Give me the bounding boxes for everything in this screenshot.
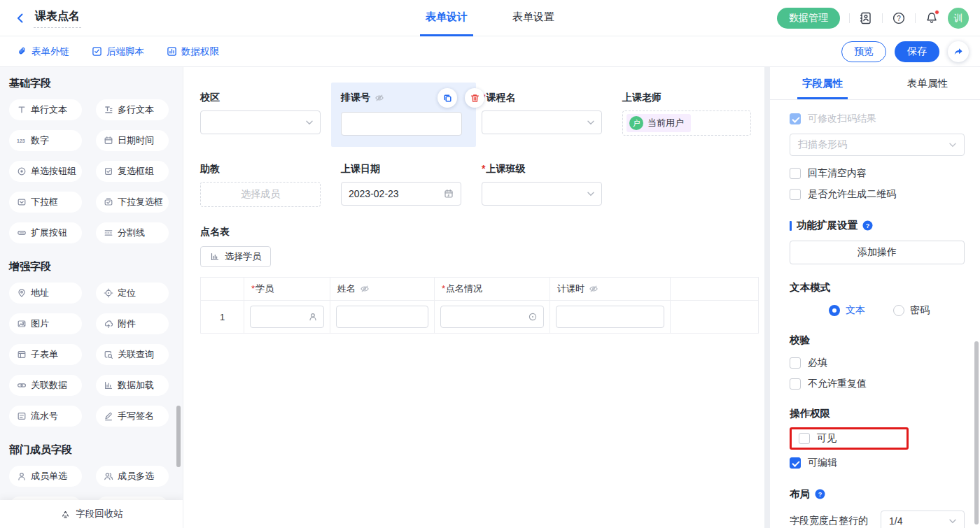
field-teacher[interactable]: 上课老师 户 当前用户	[622, 91, 755, 136]
data-permission-button[interactable]: 数据权限	[167, 45, 219, 58]
sidebar-item-checkbox-group[interactable]: 复选框组	[96, 161, 169, 182]
field-schedule-no-selected[interactable]: 排课号	[331, 83, 476, 147]
copy-field-button[interactable]	[438, 88, 457, 108]
notification-bell-icon[interactable]	[925, 11, 939, 25]
address-book-icon[interactable]	[859, 11, 873, 25]
panel-scrollbar[interactable]	[974, 341, 979, 525]
sidebar-item-location[interactable]: 定位	[96, 283, 169, 304]
field-rollcall-label: 点名表	[200, 225, 764, 239]
text-mode-text-radio[interactable]: 文本	[829, 304, 865, 317]
allow-qrcode-checkbox-row[interactable]: 是否允许生成二维码	[790, 188, 965, 201]
share-button[interactable]	[948, 41, 969, 62]
sidebar-item-divider-line[interactable]: 分割线	[96, 222, 169, 243]
help-circle-filled-icon[interactable]: ?	[815, 489, 825, 499]
sidebar-item-member-multi[interactable]: 成员多选	[96, 466, 169, 487]
add-action-button[interactable]: 添加操作	[790, 241, 965, 264]
location-icon	[104, 288, 113, 298]
status-cell-input[interactable]	[440, 306, 544, 328]
field-schedule-no-input[interactable]	[341, 112, 462, 136]
field-campus-label: 校区	[200, 91, 341, 105]
field-rollcall-subform[interactable]: 点名表 选择学员 学员 姓名	[200, 225, 764, 334]
sidebar-item-address[interactable]: 地址	[9, 283, 82, 304]
student-cell-input[interactable]	[250, 306, 324, 328]
visible-checkbox-row[interactable]: 可见	[799, 432, 836, 445]
form-designer-app: 课表点名 表单设计 表单设置 数据管理 ?	[0, 0, 980, 528]
checkbox-group-icon	[104, 166, 113, 176]
sidebar-item-single-line-text[interactable]: 单行文本	[9, 99, 82, 120]
sidebar-item-signature[interactable]: 手写签名	[96, 406, 169, 427]
radio-on-icon[interactable]	[829, 305, 840, 316]
field-teacher-value[interactable]: 户 当前用户	[622, 110, 751, 136]
scan-mode-select[interactable]: 扫描条形码	[790, 134, 965, 156]
field-class-group[interactable]: 上课班级	[482, 162, 622, 206]
field-campus-select[interactable]	[200, 110, 321, 134]
layout-width-select[interactable]: 1/4	[881, 511, 965, 528]
section-accent-bar	[790, 221, 792, 231]
field-class-group-select[interactable]	[482, 182, 602, 206]
sidebar-item-linked-data[interactable]: 关联数据	[9, 375, 82, 396]
tab-field-properties[interactable]: 字段属性	[770, 67, 875, 99]
name-cell-input[interactable]	[336, 306, 428, 328]
chevron-down-icon	[949, 519, 956, 524]
field-course-name-select[interactable]	[482, 110, 602, 134]
help-icon[interactable]: ?	[892, 11, 906, 25]
backend-script-button[interactable]: 后端脚本	[92, 45, 144, 58]
sidebar-item-serial-number[interactable]: 流水号	[9, 406, 82, 427]
scan-editable-checkbox-row[interactable]: 可修改扫码结果	[790, 113, 965, 125]
page-title[interactable]: 课表点名	[34, 8, 81, 28]
back-icon[interactable]	[14, 12, 27, 24]
help-circle-filled-icon[interactable]: ?	[862, 220, 873, 231]
sidebar-item-lookup[interactable]: 关联查询	[96, 344, 169, 365]
preview-button[interactable]: 预览	[841, 41, 886, 62]
clear-on-enter-checkbox[interactable]	[790, 168, 801, 179]
form-external-link-label: 表单外链	[31, 45, 69, 58]
text-mode-password-radio[interactable]: 密码	[893, 304, 930, 317]
field-assistant-picker[interactable]: 选择成员	[200, 182, 321, 207]
sidebar-item-multi-select[interactable]: 下拉复选框	[96, 192, 169, 213]
sidebar-item-member-single[interactable]: 成员单选	[9, 466, 82, 487]
no-duplicate-label: 不允许重复值	[808, 378, 867, 390]
editable-checkbox[interactable]	[790, 457, 801, 469]
sidebar-item-select[interactable]: 下拉框	[9, 192, 82, 213]
recycle-icon	[60, 509, 71, 520]
tab-form-settings[interactable]: 表单设置	[507, 0, 560, 36]
current-user-tag: 户 当前用户	[626, 114, 691, 132]
sidebar-item-number[interactable]: 123 数字	[9, 130, 82, 151]
data-manage-button[interactable]: 数据管理	[777, 8, 840, 29]
field-recycle-bin[interactable]: 字段回收站	[0, 500, 183, 528]
sidebar-scrollbar[interactable]	[176, 406, 181, 467]
field-campus[interactable]: 校区	[200, 91, 341, 134]
required-checkbox[interactable]	[790, 357, 801, 369]
hours-cell-input[interactable]	[556, 306, 664, 328]
field-course-name[interactable]: 课程名	[482, 91, 622, 134]
clear-on-enter-checkbox-row[interactable]: 回车清空内容	[790, 167, 965, 180]
visible-checkbox[interactable]	[799, 433, 810, 444]
no-duplicate-checkbox[interactable]	[790, 378, 801, 390]
sidebar-item-attachment[interactable]: 附件	[96, 313, 169, 334]
field-class-date[interactable]: 上课日期 2023-02-23	[341, 162, 482, 206]
radio-off-icon[interactable]	[893, 305, 904, 316]
sidebar-item-subform[interactable]: 子表单	[9, 344, 82, 365]
sidebar-item-radio-group[interactable]: 单选按钮组	[9, 161, 82, 182]
editable-checkbox-row[interactable]: 可编辑	[790, 457, 965, 469]
select-students-button[interactable]: 选择学员	[200, 246, 271, 267]
delete-field-button[interactable]	[465, 88, 484, 108]
field-assistant[interactable]: 助教 选择成员	[200, 162, 341, 207]
tab-form-design[interactable]: 表单设计	[420, 0, 473, 36]
trash-icon	[470, 93, 480, 104]
required-checkbox-row[interactable]: 必填	[790, 357, 965, 369]
sidebar-item-multi-line-text[interactable]: 多行文本	[96, 99, 169, 120]
eye-off-icon	[360, 284, 370, 294]
scan-editable-checkbox[interactable]	[790, 113, 801, 124]
allow-qrcode-checkbox[interactable]	[790, 189, 801, 200]
tab-form-properties[interactable]: 表单属性	[875, 67, 980, 99]
field-class-date-input[interactable]: 2023-02-23	[341, 182, 461, 206]
form-external-link-button[interactable]: 表单外链	[17, 45, 69, 58]
sidebar-item-data-load[interactable]: 数据加载	[96, 375, 169, 396]
sidebar-item-image[interactable]: 图片	[9, 313, 82, 334]
user-avatar[interactable]: 训	[948, 8, 969, 29]
save-button[interactable]: 保存	[895, 41, 939, 62]
no-duplicate-checkbox-row[interactable]: 不允许重复值	[790, 378, 965, 390]
sidebar-item-extend-button[interactable]: 扩展按钮	[9, 222, 82, 243]
sidebar-item-datetime[interactable]: 日期时间	[96, 130, 169, 151]
